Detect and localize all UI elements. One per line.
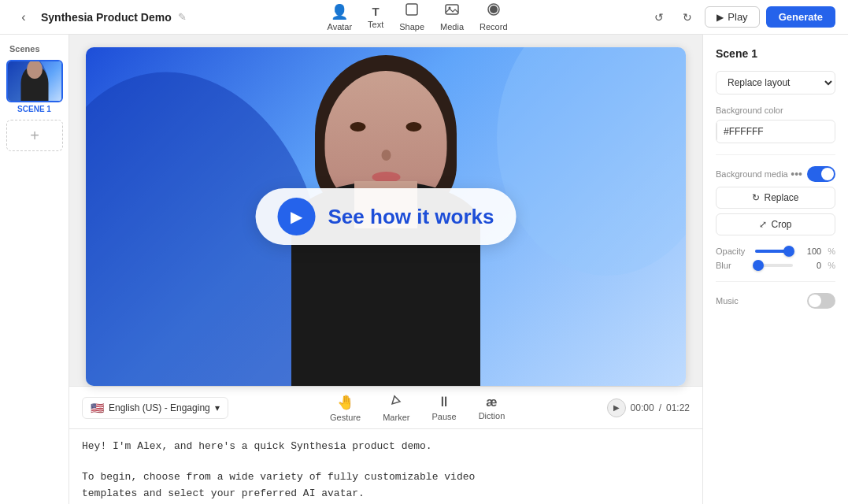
crop-label: Crop <box>771 219 791 230</box>
music-section: Music <box>716 293 835 309</box>
marker-label: Marker <box>383 413 409 422</box>
marker-icon <box>389 393 403 411</box>
blur-thumb[interactable] <box>753 260 764 271</box>
opacity-row: Opacity 100 % <box>716 246 835 256</box>
crop-button[interactable]: ⤢ Crop <box>716 213 835 235</box>
header-left: ‹ Synthesia Product Demo ✎ <box>13 6 187 28</box>
layout-section: Replace layout <box>716 71 835 94</box>
text-icon: T <box>372 5 380 18</box>
tool-record-label: Record <box>480 22 507 32</box>
blur-label: Blur <box>716 261 749 270</box>
avatar-eye-right <box>406 122 422 132</box>
tool-record[interactable]: Record <box>480 2 507 32</box>
opacity-thumb[interactable] <box>783 246 794 257</box>
right-panel: Scene 1 Replace layout Background color … <box>702 35 848 504</box>
generate-button[interactable]: Generate <box>766 6 835 28</box>
blur-slider[interactable] <box>755 264 793 267</box>
header-tools: 👤 Avatar T Text Shape Media Record <box>328 2 508 32</box>
replace-layout-select[interactable]: Replace layout <box>716 71 835 94</box>
music-label: Music <box>716 296 739 306</box>
toggle-knob <box>821 168 834 180</box>
time-total: 01:22 <box>666 402 690 413</box>
opacity-unit: % <box>828 246 835 256</box>
opacity-section: Opacity 100 % Blur 0 % <box>716 246 835 270</box>
bg-media-section: Background media ••• ↻ Replace ⤢ Crop <box>716 166 835 235</box>
bg-color-section: Background color 💧 <box>716 106 835 143</box>
language-label: English (US) - Engaging <box>109 402 210 413</box>
avatar-nose <box>381 150 391 161</box>
bg-media-label: Background media <box>716 169 788 179</box>
bg-shape-2 <box>497 47 686 276</box>
shape-icon <box>405 2 419 20</box>
add-scene-button[interactable]: + <box>6 120 63 151</box>
avatar-eye-left <box>350 122 366 132</box>
bg-media-toggle[interactable] <box>807 166 835 182</box>
diction-label: Diction <box>479 411 505 421</box>
blur-row: Blur 0 % <box>716 261 835 270</box>
divider-1 <box>716 154 835 155</box>
opacity-slider[interactable] <box>755 250 793 253</box>
chevron-down-icon: ▾ <box>215 402 220 413</box>
marker-control[interactable]: Marker <box>383 393 409 422</box>
canvas-area: ▶ See how it works 🇺🇸 English (US) - Eng… <box>69 35 702 504</box>
svg-point-3 <box>490 6 498 13</box>
tool-text-label: Text <box>368 20 383 29</box>
bg-media-header: Background media ••• <box>716 166 835 182</box>
project-title: Synthesia Product Demo <box>41 11 172 24</box>
svg-rect-0 <box>406 4 417 15</box>
replace-button[interactable]: ↻ Replace <box>716 187 835 209</box>
color-row: 💧 <box>716 120 835 143</box>
header-right: ↺ ↻ ▶ Play Generate <box>648 6 835 28</box>
tool-text[interactable]: T Text <box>368 5 383 29</box>
play-button-label: Play <box>728 11 747 23</box>
script-area[interactable]: Hey! I'm Alex, and here's a quick Synthe… <box>69 428 702 504</box>
tool-shape[interactable]: Shape <box>399 2 424 32</box>
language-selector[interactable]: 🇺🇸 English (US) - Engaging ▾ <box>82 397 228 419</box>
avatar-icon: 👤 <box>331 3 348 20</box>
replace-icon: ↻ <box>752 192 760 203</box>
back-button[interactable]: ‹ <box>13 6 35 28</box>
timeline-play-button[interactable]: ▶ <box>607 398 626 417</box>
timeline-info: ▶ 00:00 / 01:22 <box>607 398 690 417</box>
script-line-1: Hey! I'm Alex, and here's a quick Synthe… <box>82 439 690 455</box>
tool-avatar-label: Avatar <box>328 22 353 32</box>
scenes-panel: Scenes SCENE 1 + <box>0 35 69 504</box>
record-icon <box>487 2 501 20</box>
main-area: Scenes SCENE 1 + <box>0 35 848 504</box>
edit-title-icon[interactable]: ✎ <box>178 11 187 23</box>
scene-1-thumbnail[interactable] <box>6 60 63 102</box>
dots-menu-button[interactable]: ••• <box>791 168 802 180</box>
script-line-3: templates and select your preferred AI a… <box>82 486 690 502</box>
scene-1-label: SCENE 1 <box>6 105 62 113</box>
header: ‹ Synthesia Product Demo ✎ 👤 Avatar T Te… <box>0 0 848 35</box>
pause-label: Pause <box>431 412 456 421</box>
pause-control[interactable]: ⏸ Pause <box>431 394 456 421</box>
flag-icon: 🇺🇸 <box>91 402 104 414</box>
play-button[interactable]: ▶ Play <box>705 6 759 28</box>
play-overlay-text: See how it works <box>328 205 494 229</box>
time-separator: / <box>659 402 661 413</box>
crop-icon: ⤢ <box>759 219 767 230</box>
gesture-control[interactable]: 🤚 Gesture <box>330 394 361 422</box>
bg-color-label: Background color <box>716 106 835 115</box>
tool-media[interactable]: Media <box>440 2 464 32</box>
play-overlay-icon: ▶ <box>278 198 316 235</box>
redo-button[interactable]: ↻ <box>676 6 698 28</box>
gesture-icon: 🤚 <box>337 394 354 411</box>
canvas-wrapper: ▶ See how it works <box>69 35 702 386</box>
play-overlay[interactable]: ▶ See how it works <box>256 188 517 245</box>
scene-1-item[interactable]: SCENE 1 <box>6 60 62 113</box>
undo-button[interactable]: ↺ <box>648 6 670 28</box>
bg-media-actions: ••• <box>791 166 835 182</box>
media-icon <box>445 2 459 20</box>
opacity-value: 100 <box>799 246 821 256</box>
gesture-label: Gesture <box>330 413 361 422</box>
play-button-icon: ▶ <box>717 12 724 23</box>
color-value-input[interactable] <box>717 122 835 141</box>
svg-rect-1 <box>446 5 458 14</box>
tool-avatar[interactable]: 👤 Avatar <box>328 3 353 32</box>
music-toggle-knob <box>809 295 821 307</box>
script-line-2: To begin, choose from a wide variety of … <box>82 469 690 486</box>
music-toggle[interactable] <box>807 293 835 309</box>
diction-control[interactable]: æ Diction <box>479 395 505 421</box>
